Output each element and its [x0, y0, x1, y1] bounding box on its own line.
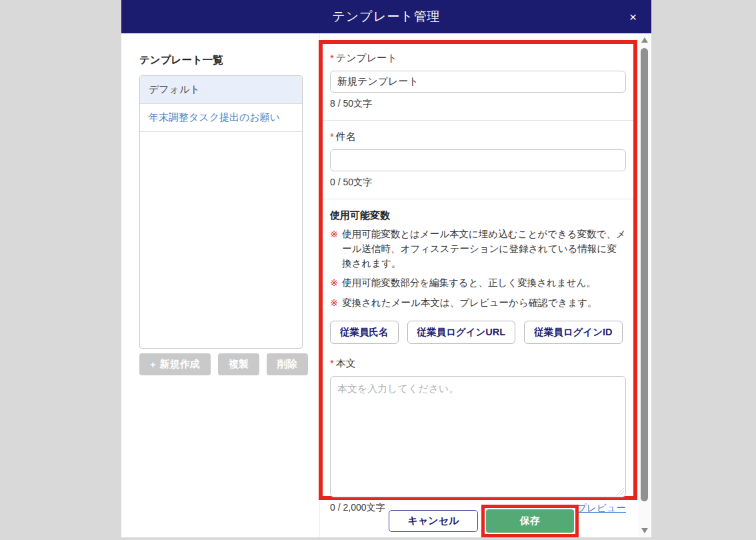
scroll-up-icon[interactable]	[641, 37, 648, 43]
template-list: デフォルト 年末調整タスク提出のお願い	[139, 75, 303, 349]
template-item-nenmatsu[interactable]: 年末調整タスク提出のお願い	[140, 104, 302, 132]
variables-note-text: 使用可能変数部分を編集すると、正しく変換されません。	[342, 276, 596, 291]
save-button[interactable]: 保存	[486, 509, 574, 533]
note-mark-icon: ※	[330, 276, 338, 291]
required-asterisk: *	[330, 52, 334, 63]
modal-header: テンプレート管理 ×	[121, 0, 651, 33]
variable-login-url-button[interactable]: 従業員ログインURL	[407, 321, 516, 344]
variables-note: ※ 使用可能変数部分を編集すると、正しく変換されません。	[330, 276, 626, 291]
required-asterisk: *	[330, 357, 334, 369]
subject-input[interactable]	[330, 149, 626, 171]
subject-label: *件名	[330, 131, 626, 143]
modal-body: テンプレート一覧 デフォルト 年末調整タスク提出のお願い + 新規作成 複製 削…	[121, 33, 651, 537]
variable-employee-name-button[interactable]: 従業員氏名	[330, 321, 399, 344]
body-label: *本文	[330, 357, 626, 370]
section-divider	[323, 199, 633, 199]
subject-counter: 0 / 50文字	[330, 177, 626, 189]
variables-note: ※ 変換されたメール本文は、プレビューから確認できます。	[330, 296, 626, 311]
modal-scrollbar[interactable]	[639, 33, 650, 537]
required-asterisk: *	[330, 131, 334, 142]
template-list-heading: テンプレート一覧	[139, 53, 223, 67]
template-list-panel: テンプレート一覧 デフォルト 年末調整タスク提出のお願い + 新規作成 複製 削…	[121, 33, 320, 537]
form-inner: *テンプレート 8 / 50文字 *件名 0 / 50文字 使用可能変数 ※ 使…	[323, 44, 633, 515]
template-management-modal: テンプレート管理 × テンプレート一覧 デフォルト 年末調整タスク提出のお願い …	[121, 0, 651, 537]
variables-note-text: 変換されたメール本文は、プレビューから確認できます。	[342, 296, 597, 311]
body-bottom-row: 0 / 2,000文字 プレビュー	[330, 502, 626, 515]
template-name-input[interactable]	[330, 71, 626, 93]
template-item-label: 年末調整タスク提出のお願い	[149, 111, 280, 124]
note-mark-icon: ※	[330, 227, 338, 271]
preview-link[interactable]: プレビュー	[577, 502, 626, 515]
scrollbar-thumb[interactable]	[641, 48, 648, 501]
cancel-button[interactable]: キャンセル	[389, 510, 478, 532]
delete-button[interactable]: 削除	[267, 353, 308, 375]
template-name-counter: 8 / 50文字	[330, 98, 626, 110]
close-icon[interactable]: ×	[625, 8, 641, 26]
template-name-label-text: テンプレート	[336, 52, 397, 63]
body-counter: 0 / 2,000文字	[330, 502, 385, 514]
body-textarea[interactable]	[330, 376, 626, 497]
create-new-label: 新規作成	[160, 358, 200, 371]
create-new-button[interactable]: + 新規作成	[139, 353, 211, 375]
section-divider	[323, 120, 633, 121]
variable-login-id-button[interactable]: 従業員ログインID	[524, 321, 622, 344]
save-highlight-box: 保存	[481, 505, 579, 537]
scroll-down-icon[interactable]	[641, 528, 648, 533]
duplicate-button[interactable]: 複製	[218, 353, 259, 375]
variables-note: ※ 使用可能変数とはメール本文に埋め込むことができる変数で、メール送信時、オフィ…	[330, 227, 626, 271]
template-name-label: *テンプレート	[330, 52, 626, 65]
body-textarea-wrap	[330, 376, 626, 497]
body-label-text: 本文	[336, 357, 356, 369]
template-item-default[interactable]: デフォルト	[140, 76, 302, 104]
modal-title: テンプレート管理	[332, 8, 440, 25]
variable-buttons-row: 従業員氏名 従業員ログインURL 従業員ログインID	[330, 321, 626, 344]
variables-heading: 使用可能変数	[330, 209, 626, 222]
form-highlight-box: *テンプレート 8 / 50文字 *件名 0 / 50文字 使用可能変数 ※ 使…	[319, 40, 637, 500]
subject-label-text: 件名	[336, 131, 356, 142]
template-item-label: デフォルト	[149, 83, 200, 96]
note-mark-icon: ※	[330, 296, 338, 311]
template-list-actions: + 新規作成 複製 削除	[139, 353, 308, 375]
plus-icon: +	[150, 359, 156, 370]
variables-note-text: 使用可能変数とはメール本文に埋め込むことができる変数で、メール送信時、オフィスス…	[342, 227, 626, 271]
